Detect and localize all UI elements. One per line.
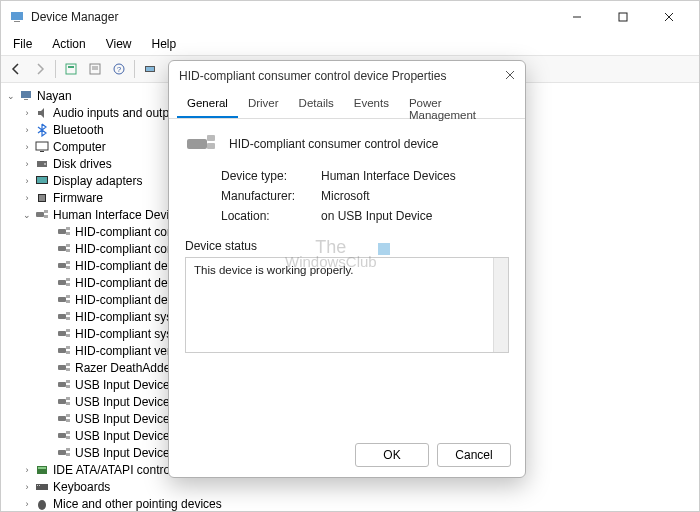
tree-item-label: HID-compliant syste xyxy=(73,310,182,324)
pc-icon xyxy=(17,89,35,103)
help-icon[interactable]: ? xyxy=(108,58,130,80)
maximize-button[interactable] xyxy=(601,3,645,31)
svg-rect-59 xyxy=(66,368,70,371)
expand-icon[interactable]: ⌄ xyxy=(5,91,17,101)
tree-item-label: Firmware xyxy=(51,191,103,205)
svg-rect-60 xyxy=(58,382,66,387)
menu-action[interactable]: Action xyxy=(44,35,93,53)
svg-rect-67 xyxy=(66,414,70,417)
svg-rect-47 xyxy=(66,300,70,303)
forward-button[interactable] xyxy=(29,58,51,80)
hid-device-icon xyxy=(185,133,217,155)
label-device-type: Device type: xyxy=(221,169,321,183)
svg-rect-77 xyxy=(36,484,48,490)
svg-rect-51 xyxy=(58,331,66,336)
tree-item-label: USB Input Device xyxy=(73,412,170,426)
svg-rect-32 xyxy=(44,215,48,218)
dialog-tabs: General Driver Details Events Power Mana… xyxy=(169,91,525,119)
label-manufacturer: Manufacturer: xyxy=(221,189,321,203)
svg-rect-76 xyxy=(38,467,46,469)
svg-rect-44 xyxy=(66,283,70,286)
minimize-button[interactable] xyxy=(555,3,599,31)
expand-icon[interactable]: › xyxy=(21,499,33,509)
keyboard-icon xyxy=(33,480,51,494)
tree-item-label: Computer xyxy=(51,140,106,154)
svg-rect-0 xyxy=(11,12,23,20)
disk-icon xyxy=(33,157,51,171)
hid-icon xyxy=(55,412,73,426)
svg-rect-61 xyxy=(66,380,70,383)
device-status-label: Device status xyxy=(185,239,509,253)
svg-rect-29 xyxy=(39,195,45,201)
dialog-close-button[interactable] xyxy=(505,69,515,83)
svg-rect-48 xyxy=(58,314,66,319)
tab-details[interactable]: Details xyxy=(289,91,344,118)
tab-general[interactable]: General xyxy=(177,91,238,118)
close-button[interactable] xyxy=(647,3,691,31)
expand-icon[interactable]: › xyxy=(21,125,33,135)
svg-rect-40 xyxy=(66,261,70,264)
hid-icon xyxy=(55,259,73,273)
svg-rect-14 xyxy=(146,67,154,71)
scan-icon[interactable] xyxy=(139,58,161,80)
svg-rect-21 xyxy=(24,99,28,100)
ok-button[interactable]: OK xyxy=(355,443,429,467)
monitor-icon xyxy=(33,140,51,154)
hid-icon xyxy=(55,327,73,341)
tree-category-item[interactable]: ›Keyboards xyxy=(3,478,697,495)
hid-icon xyxy=(55,242,73,256)
value-location: on USB Input Device xyxy=(321,209,432,223)
tree-item-label: USB Input Device xyxy=(73,378,170,392)
expand-icon[interactable]: › xyxy=(21,108,33,118)
dialog-titlebar: HID-compliant consumer control device Pr… xyxy=(169,61,525,91)
svg-rect-27 xyxy=(37,177,47,183)
svg-rect-72 xyxy=(58,450,66,455)
expand-icon[interactable]: › xyxy=(21,482,33,492)
hid-icon xyxy=(55,225,73,239)
tab-driver[interactable]: Driver xyxy=(238,91,289,118)
svg-rect-38 xyxy=(66,249,70,252)
window-title: Device Manager xyxy=(31,10,555,24)
tab-power[interactable]: Power Management xyxy=(399,91,517,118)
expand-icon[interactable]: › xyxy=(21,176,33,186)
svg-rect-64 xyxy=(66,397,70,400)
cancel-button[interactable]: Cancel xyxy=(437,443,511,467)
scroll-up-icon[interactable]: ▲ xyxy=(497,260,505,269)
svg-rect-30 xyxy=(36,212,44,217)
svg-rect-73 xyxy=(66,448,70,451)
tab-events[interactable]: Events xyxy=(344,91,399,118)
svg-rect-71 xyxy=(66,436,70,439)
svg-rect-54 xyxy=(58,348,66,353)
tree-item-label: IDE ATA/ATAPI controller xyxy=(51,463,186,477)
tab-content-general: HID-compliant consumer control device De… xyxy=(169,119,525,433)
bluetooth-icon xyxy=(33,123,51,137)
menu-file[interactable]: File xyxy=(5,35,40,53)
expand-icon[interactable]: › xyxy=(21,193,33,203)
tree-item-label: Nayan xyxy=(35,89,72,103)
svg-rect-22 xyxy=(36,142,48,150)
device-status-box[interactable]: This device is working properly. ▲ ▼ xyxy=(185,257,509,353)
menu-help[interactable]: Help xyxy=(144,35,185,53)
tree-item-label: USB Input Device xyxy=(73,395,170,409)
svg-rect-35 xyxy=(66,232,70,235)
expand-icon[interactable]: › xyxy=(21,465,33,475)
hid-icon xyxy=(55,429,73,443)
tree-category-item[interactable]: ›Mice and other pointing devices xyxy=(3,495,697,511)
show-hide-icon[interactable] xyxy=(60,58,82,80)
back-button[interactable] xyxy=(5,58,27,80)
scroll-down-icon[interactable]: ▼ xyxy=(497,341,505,350)
expand-icon[interactable]: › xyxy=(21,142,33,152)
properties-icon[interactable] xyxy=(84,58,106,80)
menu-view[interactable]: View xyxy=(98,35,140,53)
tree-item-label: Human Interface Device xyxy=(51,208,182,222)
svg-rect-56 xyxy=(66,351,70,354)
svg-rect-63 xyxy=(58,399,66,404)
svg-rect-68 xyxy=(66,419,70,422)
expand-icon[interactable]: › xyxy=(21,159,33,169)
sound-icon xyxy=(33,106,51,120)
tree-item-label: Bluetooth xyxy=(51,123,104,137)
display-icon xyxy=(33,174,51,188)
svg-rect-43 xyxy=(66,278,70,281)
expand-icon[interactable]: ⌄ xyxy=(21,210,33,220)
hid-icon xyxy=(55,446,73,460)
